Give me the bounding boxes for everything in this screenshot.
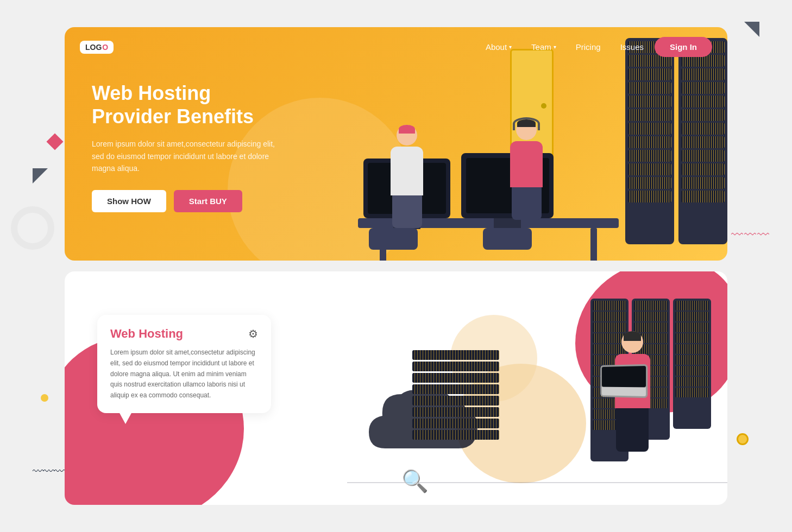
bottom-illustration: 🔍 — [347, 288, 727, 505]
chevron-down-icon: ▾ — [509, 44, 512, 50]
rack-unit — [675, 344, 709, 354]
person-bottom-legs — [616, 408, 649, 452]
person1-hair — [399, 125, 415, 134]
wave-deco-left: 〰〰〰 — [33, 465, 65, 478]
person1-body — [391, 147, 423, 195]
rack-unit — [628, 96, 671, 107]
info-card: Web Hosting ⚙ Lorem ipsum dolor sit amet… — [97, 315, 271, 413]
rack-unit — [628, 163, 671, 175]
navbar: LOGO About ▾ Team ▾ Pricing Issues Sign … — [65, 27, 727, 67]
top-card: LOGO About ▾ Team ▾ Pricing Issues Sign … — [65, 27, 727, 261]
server-rack-2 — [678, 38, 727, 244]
person-bottom — [602, 331, 662, 483]
logo-text: LOG — [85, 43, 102, 52]
wave-deco-right: 〰〰〰 — [731, 228, 770, 242]
rack-unit — [593, 301, 626, 311]
person2-legs — [512, 187, 542, 220]
rack-unit — [681, 109, 725, 121]
server-unit — [412, 384, 499, 394]
rack-unit — [628, 136, 671, 148]
server-unit — [412, 373, 499, 383]
rack-unit — [628, 191, 671, 202]
triangle-deco-left — [33, 168, 48, 183]
back-rack-3 — [673, 299, 711, 429]
rack-unit — [628, 82, 671, 94]
rack-unit — [675, 333, 709, 343]
rack-unit — [675, 388, 709, 397]
person-bottom-hair — [624, 331, 641, 341]
logo-accent: O — [102, 43, 108, 52]
server-unit — [412, 407, 499, 417]
door-knob — [541, 103, 546, 109]
rack-unit — [675, 355, 709, 365]
show-how-button[interactable]: Show HOW — [92, 190, 166, 212]
logo: LOGO — [80, 41, 114, 54]
bottom-card: Web Hosting ⚙ Lorem ipsum dolor sit amet… — [65, 271, 727, 505]
person-bottom-body — [615, 354, 650, 408]
hero-title: Web Hosting Provider Benefits — [92, 81, 276, 128]
rack-unit — [681, 177, 725, 189]
server-unit — [412, 430, 499, 440]
person-bottom-head — [621, 331, 643, 353]
nav-links: About ▾ Team ▾ Pricing Issues — [486, 42, 644, 52]
person-left — [380, 125, 434, 233]
person1-legs — [392, 195, 422, 228]
rack-unit — [634, 312, 668, 321]
start-buy-button[interactable]: Start BUY — [174, 190, 242, 212]
headphones-icon — [513, 117, 540, 130]
person2-head — [516, 119, 537, 140]
dot-deco-right — [737, 433, 749, 445]
rack-unit — [681, 96, 725, 107]
nav-team[interactable]: Team ▾ — [531, 42, 556, 52]
chevron-down-icon: ▾ — [554, 44, 556, 50]
person1-head — [397, 125, 417, 145]
gear-icon: ⚙ — [248, 327, 258, 340]
server-unit — [412, 350, 499, 360]
rack-unit — [675, 322, 709, 332]
hero-description: Lorem ipsum dolor sit amet,consectetur a… — [92, 138, 276, 174]
dot-deco-left — [41, 394, 48, 402]
laptop-screen — [601, 366, 645, 387]
info-card-description: Lorem ipsum dolor sit amet,consectetur a… — [110, 347, 258, 401]
rack-unit — [593, 312, 626, 321]
rack-unit — [681, 136, 725, 148]
nav-issues[interactable]: Issues — [620, 42, 644, 52]
server-unit — [412, 396, 499, 406]
cloud-server-area — [363, 383, 483, 472]
rack-unit — [628, 68, 671, 80]
rack-unit — [628, 150, 671, 162]
cards-wrapper: LOGO About ▾ Team ▾ Pricing Issues Sign … — [65, 27, 727, 505]
diamond-deco-left — [46, 133, 63, 150]
rack-unit — [675, 377, 709, 387]
rack-unit — [681, 123, 725, 135]
nav-pricing[interactable]: Pricing — [576, 42, 601, 52]
info-card-header: Web Hosting ⚙ — [110, 327, 258, 341]
rack-unit — [681, 150, 725, 162]
signin-button[interactable]: Sign In — [655, 37, 712, 57]
rack-unit — [628, 177, 671, 189]
rack-unit — [675, 366, 709, 376]
magnifier-icon: 🔍 — [401, 468, 429, 494]
server-unit — [412, 362, 499, 371]
hero-content: Web Hosting Provider Benefits Lorem ipsu… — [92, 81, 276, 212]
triangle-deco-top-right — [744, 22, 759, 37]
person-right — [494, 119, 559, 233]
rack-unit — [681, 163, 725, 175]
server-racks — [625, 38, 727, 244]
hero-buttons: Show HOW Start BUY — [92, 190, 276, 212]
rack-unit — [634, 301, 668, 311]
info-card-title: Web Hosting — [110, 327, 183, 341]
person2-body — [510, 141, 543, 187]
rack-unit — [628, 123, 671, 135]
nav-about[interactable]: About ▾ — [486, 42, 512, 52]
laptop — [600, 364, 648, 398]
circle-deco-left — [11, 206, 54, 250]
server-unit — [412, 419, 499, 428]
rack-unit — [681, 68, 725, 80]
rack-unit — [628, 109, 671, 121]
rack-unit — [675, 301, 709, 311]
rack-unit — [681, 191, 725, 202]
rack-unit — [681, 82, 725, 94]
rack-unit — [675, 312, 709, 321]
server-rack-1 — [625, 38, 674, 244]
